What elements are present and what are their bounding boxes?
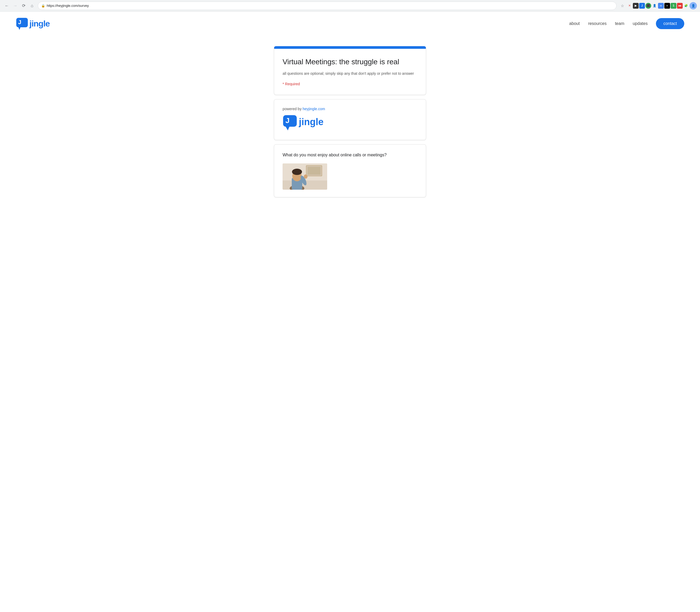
profile-avatar[interactable]: 👤: [689, 2, 697, 10]
heyjingle-link[interactable]: heyjingle.com: [302, 107, 325, 111]
question-card: What do you most enjoy about online call…: [274, 144, 426, 197]
svg-point-15: [292, 169, 302, 175]
ext-icon-6[interactable]: M: [658, 3, 664, 9]
svg-point-17: [304, 175, 307, 179]
nav-link-updates[interactable]: updates: [633, 21, 647, 26]
page: J jingle about resources team updates co…: [0, 12, 700, 612]
question-image: [283, 164, 327, 190]
nav-buttons: ← → ⟳ ⌂: [3, 2, 36, 10]
nav-link-team[interactable]: team: [615, 21, 624, 26]
required-indicator: * Required: [283, 82, 300, 86]
ext-icon-3[interactable]: J: [639, 3, 645, 9]
address-bar[interactable]: 🔒 https://heyjingle.com/survey: [38, 2, 617, 10]
survey-header-card: Virtual Meetings: the struggle is real a…: [274, 46, 426, 95]
ext-icon-9[interactable]: ■■: [677, 3, 683, 9]
jingle-logo-large: J jingle: [283, 114, 417, 133]
ext-icon-5[interactable]: 👤: [652, 3, 658, 9]
browser-actions: ☆ ✕ ▶ J ⬛ 👤 M ≡ $ ■■ 🧩 👤: [619, 2, 697, 10]
survey-description: all questions are optional; simply skip …: [283, 71, 417, 76]
powered-by-prefix: powered by: [283, 107, 302, 111]
svg-text:jingle: jingle: [299, 116, 324, 127]
ext-icon-2[interactable]: ▶: [633, 3, 639, 9]
powered-by-text: powered by heyjingle.com: [283, 107, 417, 111]
navbar: J jingle about resources team updates co…: [0, 12, 700, 36]
ext-icon-4[interactable]: ⬛: [645, 3, 651, 9]
powered-by-card: powered by heyjingle.com J jingle: [274, 99, 426, 140]
svg-rect-10: [307, 167, 320, 175]
logo-text: jingle: [29, 19, 50, 29]
nav-links: about resources team updates contact: [569, 18, 684, 29]
nav-link-about[interactable]: about: [569, 21, 580, 26]
logo-icon: J: [16, 17, 29, 30]
contact-button[interactable]: contact: [656, 18, 684, 29]
back-button[interactable]: ←: [3, 2, 11, 10]
svg-marker-4: [286, 127, 289, 130]
lock-icon: 🔒: [41, 4, 45, 8]
nav-link-resources[interactable]: resources: [588, 21, 607, 26]
question-image-svg: [283, 164, 327, 190]
forward-button[interactable]: →: [12, 2, 19, 10]
question-text: What do you most enjoy about online call…: [283, 152, 417, 158]
svg-marker-1: [18, 27, 20, 30]
survey-container: Virtual Meetings: the struggle is real a…: [269, 46, 431, 197]
svg-text:J: J: [286, 116, 290, 125]
svg-text:J: J: [18, 19, 21, 26]
ext-icon-puzzle[interactable]: 🧩: [683, 3, 689, 9]
url-text: https://heyjingle.com/survey: [47, 4, 613, 8]
svg-rect-3: [283, 115, 297, 127]
ext-icon-1[interactable]: ✕: [627, 3, 632, 9]
bookmark-icon[interactable]: ☆: [619, 2, 626, 10]
reload-button[interactable]: ⟳: [20, 2, 27, 10]
survey-title: Virtual Meetings: the struggle is real: [283, 57, 417, 67]
home-button[interactable]: ⌂: [28, 2, 36, 10]
jingle-large-logo-svg: J jingle: [283, 114, 330, 133]
ext-icon-8[interactable]: $: [671, 3, 676, 9]
logo[interactable]: J jingle: [16, 17, 50, 30]
ext-icon-7[interactable]: ≡: [664, 3, 670, 9]
browser-chrome: ← → ⟳ ⌂ 🔒 https://heyjingle.com/survey ☆…: [0, 0, 700, 12]
